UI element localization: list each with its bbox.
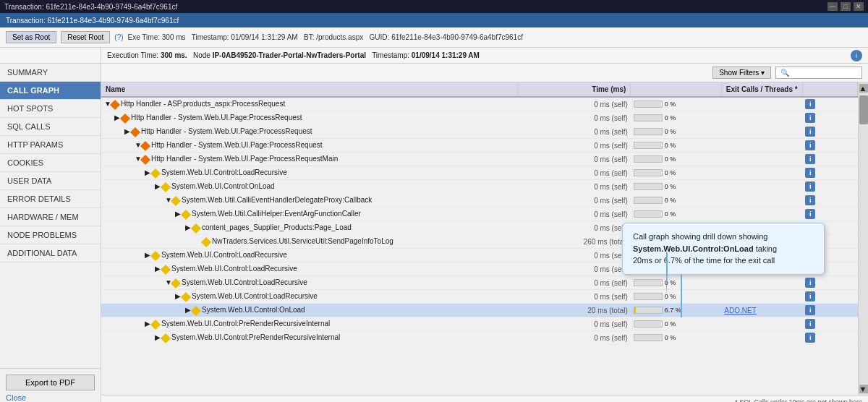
sidebar-item-http-params[interactable]: HTTP PARAMS [0,136,101,154]
row-action-cell[interactable]: i [802,111,857,125]
sidebar-item-node-problems[interactable]: NODE PROBLEMS [0,226,101,244]
row-action-cell[interactable]: i [802,153,857,166]
row-link-cell [721,194,802,208]
help-link[interactable]: (?) [114,33,123,41]
row-pct-cell: 0 % [631,290,721,304]
row-action-cell[interactable]: i [802,304,857,317]
maximize-btn[interactable]: □ [841,2,851,11]
row-action-cell[interactable]: i [802,331,857,345]
row-pct-cell: 0 % [631,166,721,180]
window-controls[interactable]: — □ ✕ [827,2,864,11]
row-action-cell[interactable]: i [802,276,857,290]
row-name-cell: ▼System.Web.Util.CalliEventHandlerDelega… [101,194,517,208]
scroll-thumb[interactable] [859,95,868,124]
yellow-diamond-icon [201,237,211,247]
sidebar-item-call-graph[interactable]: CALL GRAPH [0,82,101,100]
pct-text: 0 % [665,320,685,328]
sidebar-item-hot-spots[interactable]: HOT SPOTS [0,100,101,118]
table-row: ▶Http Handler - System.Web.UI.Page:Proce… [101,125,858,139]
row-action-cell[interactable]: i [802,125,857,139]
row-name-cell: ▶System.Web.UI.Control:LoadRecursive [101,262,517,276]
row-info-button[interactable]: i [805,140,815,150]
reset-root-button[interactable]: Reset Root [61,31,110,43]
sidebar-item-additional-data[interactable]: ADDITIONAL DATA [0,244,101,262]
export-pdf-button[interactable]: Export to PDF [6,375,95,390]
yellow-diamond-icon [161,333,171,343]
exec-time-label: Execution Time: [107,51,158,59]
row-name-cell: ▶System.Web.UI.Control:LoadRecursive [101,249,517,262]
row-name-cell: ▶System.Web.UI.Control:PreRenderRecursiv… [101,331,517,345]
node-value: IP-0AB49520-Trader-Portal-NwTraders-Port… [213,51,366,59]
row-link-cell [721,276,802,290]
scroll-up-arrow[interactable]: ▲ [859,84,868,93]
scroll-down-arrow[interactable]: ▼ [859,385,868,393]
row-time-cell: 0 ms (self) [517,139,631,153]
row-info-button[interactable]: i [805,99,815,109]
row-time-cell: 0 ms (self) [517,111,631,125]
row-action-cell[interactable]: i [802,97,857,111]
info-circle-btn[interactable]: i [851,50,862,61]
transaction-label: Transaction: 61fe211e-84e3-4b90-9749-6a4… [6,17,179,25]
row-action-cell[interactable]: i [802,180,857,194]
row-info-button[interactable]: i [805,291,815,302]
execution-bar: Execution Time: 300 ms. Node IP-0AB49520… [101,49,485,61]
row-info-button[interactable]: i [805,168,815,178]
row-action-cell[interactable]: i [802,208,857,221]
row-pct-cell: 0 % [631,331,721,345]
row-info-button[interactable]: i [805,319,815,329]
table-row: ▶Http Handler - System.Web.UI.Page:Proce… [101,111,858,125]
sidebar-item-user-data[interactable]: USER DATA [0,172,101,190]
row-name-text: System.Web.UI.Control:LoadRecursive [171,265,297,273]
row-info-button[interactable]: i [805,209,815,219]
row-name-cell: ▶System.Web.UI.Control:OnLoad [101,180,517,194]
minimize-btn[interactable]: — [827,2,838,11]
timestamp-label: Timestamp: [372,51,409,59]
row-info-button[interactable]: i [805,195,815,205]
search-input[interactable] [775,67,862,79]
yellow-diamond-icon [161,182,171,192]
row-link-cell[interactable]: ADO.NET [721,304,802,317]
set-as-root-button[interactable]: Set as Root [6,31,56,43]
row-name-text: Http Handler - System.Web.UI.Page:Proces… [151,141,323,149]
row-time-cell: 0 ms (self) [517,290,631,304]
row-info-button[interactable]: i [805,154,815,164]
vertical-scrollbar[interactable]: ▲ ▼ [858,82,868,395]
row-time-cell: 0 ms (self) [517,249,631,262]
row-link-cell [721,317,802,331]
row-time-cell: 0 ms (self) [517,276,631,290]
row-name-text: System.Web.UI.Control:PreRenderRecursive… [161,320,330,328]
row-info-button[interactable]: i [805,127,815,137]
sidebar-item-summary[interactable]: SUMMARY [0,64,101,82]
close-link[interactable]: Close [6,393,95,402]
row-info-button[interactable]: i [805,333,815,343]
sidebar-item-cookies[interactable]: COOKIES [0,154,101,172]
close-btn[interactable]: ✕ [854,2,864,11]
row-time-cell: 0 ms (self) [517,208,631,221]
row-info-button[interactable]: i [805,305,815,315]
show-filters-button[interactable]: Show Filters ▾ [712,67,771,79]
row-link-cell [721,166,802,180]
yellow-diamond-icon [181,210,191,220]
pct-text: 0 % [665,197,685,204]
row-action-cell[interactable]: i [802,194,857,208]
sidebar-item-error-details[interactable]: ERROR DETAILS [0,190,101,208]
row-name-text: System.Web.UI.Control:OnLoad [171,182,275,190]
row-time-cell: 0 ms (self) [517,97,631,111]
row-action-cell[interactable]: i [802,139,857,153]
sidebar-item-sql-calls[interactable]: SQL CALLS [0,118,101,136]
row-name-text: System.Web.UI.Control:LoadRecursive [161,168,287,176]
table-row: ▶System.Web.UI.Control:LoadRecursive0 ms… [101,290,858,304]
exit-call-link[interactable]: ADO.NET [724,307,756,315]
sidebar-item-hardware-mem[interactable]: HARDWARE / MEM [0,208,101,226]
row-info-button[interactable]: i [805,113,815,123]
row-info-button[interactable]: i [805,181,815,192]
row-time-cell: 0 ms (self) [517,221,631,235]
table-row: ▼Http Handler - ASP.products_aspx:Proces… [101,97,858,111]
row-info-button[interactable]: i [805,278,815,288]
table-row: ▶System.Web.UI.Control:PreRenderRecursiv… [101,331,858,345]
row-action-cell[interactable]: i [802,317,857,331]
row-action-cell[interactable]: i [802,290,857,304]
callout-line [681,274,682,317]
row-action-cell[interactable]: i [802,166,857,180]
row-name-cell: ▼Http Handler - System.Web.UI.Page:Proce… [101,139,517,153]
